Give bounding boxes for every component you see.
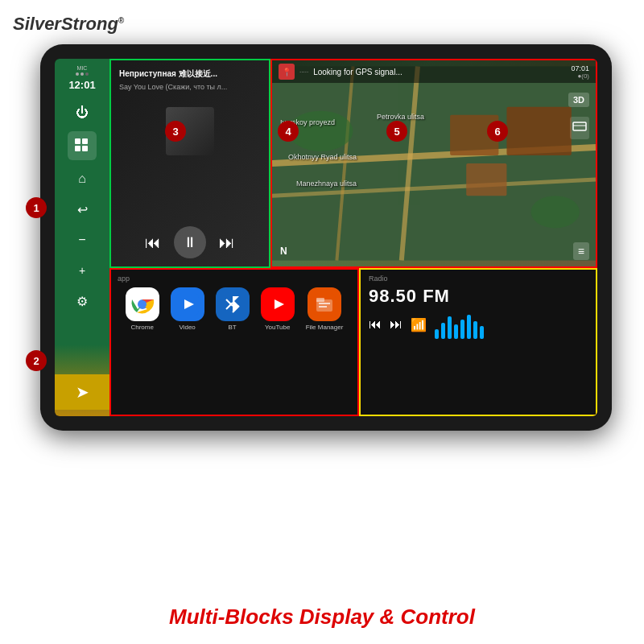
radio-bar-4: [454, 324, 458, 339]
radio-bar-8: [480, 326, 484, 339]
signal-dots: [76, 72, 89, 76]
marker-4: 4: [278, 121, 299, 142]
play-pause-button[interactable]: ⏸: [174, 226, 206, 258]
radio-bar-1: [435, 329, 439, 339]
map-menu-button[interactable]: ≡: [573, 242, 589, 260]
svg-rect-14: [573, 122, 586, 130]
logo-silver: Silver: [13, 14, 61, 34]
back-icon[interactable]: ↩: [70, 197, 94, 221]
svg-rect-1: [82, 138, 88, 144]
radio-bar-2: [441, 323, 445, 339]
next-button[interactable]: ⏭: [219, 233, 235, 252]
radio-signal-icon: 📶: [411, 317, 427, 332]
prev-button[interactable]: ⏮: [145, 233, 161, 252]
dot2: [80, 72, 84, 76]
grid-icon[interactable]: [68, 131, 97, 160]
gps-status: Looking for GPS signal...: [313, 68, 566, 76]
device-wrapper: MIC 12:01 ⏻ ⌂ ↩: [40, 44, 612, 471]
layers-icon: [572, 119, 587, 134]
music-block: Неприступная 难以接近... Say You Love (Скажи…: [109, 59, 270, 268]
volume-down-icon[interactable]: −: [70, 228, 94, 252]
filemanager-app-item[interactable]: File Manager: [306, 287, 344, 331]
radio-block: Radio 98.50 FM ⏮ ⏭ 📶: [359, 268, 597, 416]
filemanager-label: File Manager: [306, 324, 344, 331]
radio-next-button[interactable]: ⏭: [390, 317, 402, 332]
radio-frequency: 98.50 FM: [369, 286, 588, 307]
svg-rect-27: [319, 306, 327, 308]
device-bezel: MIC 12:01 ⏻ ⌂ ↩: [40, 44, 612, 431]
mic-status: MIC: [77, 65, 88, 71]
grid-svg: [74, 138, 90, 154]
radio-prev-button[interactable]: ⏮: [369, 317, 382, 332]
app-icons-row: Chrome Video: [118, 287, 351, 331]
video-icon-svg: [176, 293, 199, 316]
music-controls: ⏮ ⏸ ⏭: [119, 226, 261, 258]
main-content: Неприступная 难以接近... Say You Love (Скажи…: [109, 59, 597, 416]
svg-rect-10: [506, 107, 571, 155]
fm-icon-svg: [313, 293, 336, 316]
dot1: [76, 72, 79, 76]
bt-label: BT: [229, 324, 237, 331]
svg-rect-25: [316, 298, 324, 302]
mic-label: MIC: [77, 65, 88, 71]
radio-block-label: Radio: [369, 275, 588, 283]
compass: N: [280, 246, 287, 257]
radio-bar-3: [448, 316, 452, 339]
logo-registered: ®: [118, 16, 124, 25]
marker-5: 5: [386, 121, 407, 142]
volume-up-icon[interactable]: +: [70, 258, 94, 283]
home-icon[interactable]: ⌂: [70, 167, 94, 191]
map-3d-button[interactable]: 3D: [568, 93, 589, 107]
sidebar: MIC 12:01 ⏻ ⌂ ↩: [55, 59, 109, 416]
video-app-item[interactable]: Video: [171, 287, 204, 331]
map-label-3: Okhotnyy Ryad ulitsa: [288, 153, 357, 161]
map-layers-button[interactable]: [570, 117, 589, 139]
power-icon[interactable]: ⏻: [70, 101, 94, 125]
youtube-icon: [261, 287, 295, 321]
device-screen: MIC 12:01 ⏻ ⌂ ↩: [55, 59, 597, 416]
svg-rect-26: [319, 303, 330, 304]
marker-2: 2: [26, 350, 47, 371]
brand-logo: SilverStrong®: [13, 14, 124, 35]
bt-icon-svg: [223, 293, 242, 316]
top-section: Неприступная 难以接近... Say You Love (Скажи…: [109, 59, 597, 268]
bt-icon: [216, 287, 250, 321]
dots-indicator: ·····: [299, 68, 308, 76]
map-block: 📍 ····· Looking for GPS signal... 07:01 …: [270, 59, 597, 268]
navigation-icon: ➤: [76, 382, 89, 402]
header: SilverStrong®: [0, 0, 644, 48]
settings-icon[interactable]: ⚙: [70, 289, 94, 313]
video-icon: [171, 287, 204, 321]
map-time: 07:01: [571, 64, 589, 72]
map-label-2: Petrovka ulitsa: [377, 113, 424, 121]
yt-icon-svg: [266, 293, 289, 316]
chrome-label: Chrome: [130, 324, 153, 331]
time-display: 12:01: [68, 79, 95, 91]
marker-1: 1: [26, 197, 47, 218]
svg-point-13: [531, 196, 580, 228]
logo-strong: Strong: [61, 14, 118, 34]
map-time-info: 07:01 ●(0): [571, 64, 589, 80]
chrome-app-item[interactable]: Chrome: [126, 287, 159, 331]
chrome-icon: [126, 287, 159, 321]
map-label-4: Manezhnaya ulitsa: [296, 180, 357, 188]
dot3: [85, 72, 89, 76]
youtube-app-item[interactable]: YouTube: [261, 287, 295, 331]
svg-rect-3: [82, 146, 88, 151]
music-title: Неприступная 难以接近...: [119, 68, 261, 80]
chrome-svg: [130, 291, 155, 317]
map-overlay: 📍 ····· Looking for GPS signal... 07:01 …: [272, 60, 596, 83]
footer-text: Multi-Blocks Display & Control: [0, 605, 644, 630]
marker-6: 6: [487, 121, 508, 142]
radio-controls: ⏮ ⏭ 📶: [369, 310, 588, 339]
bt-app-item[interactable]: BT: [216, 287, 250, 331]
svg-rect-11: [466, 163, 506, 196]
map-signal: ●(0): [577, 72, 589, 80]
nav-button[interactable]: ➤: [55, 374, 109, 410]
map-svg: [272, 60, 596, 266]
svg-rect-2: [75, 146, 80, 151]
marker-3: 3: [165, 121, 186, 142]
radio-bars: [435, 310, 588, 339]
video-label: Video: [179, 324, 195, 331]
youtube-label: YouTube: [265, 324, 290, 331]
